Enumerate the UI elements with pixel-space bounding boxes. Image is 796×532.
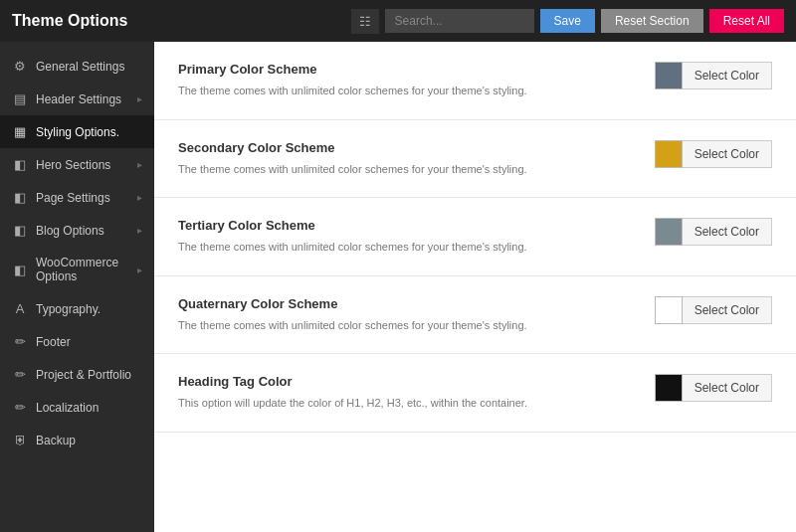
option-desc-secondary-color-scheme: The theme comes with unlimited color sch… — [178, 161, 635, 178]
option-title-primary-color-scheme: Primary Color Scheme — [178, 62, 635, 77]
main-content: Primary Color Scheme The theme comes wit… — [154, 42, 796, 532]
sidebar-item-general-settings[interactable]: ⚙ General Settings — [0, 50, 154, 83]
option-control-tertiary-color-scheme: Select Color — [655, 218, 772, 246]
sidebar-item-page-settings[interactable]: ◧ Page Settings ▸ — [0, 181, 154, 214]
sidebar-item-hero-sections[interactable]: ◧ Hero Sections ▸ — [0, 148, 154, 181]
sidebar-label-hero-sections: Hero Sections — [36, 158, 137, 172]
reset-all-button[interactable]: Reset All — [709, 9, 784, 33]
reset-section-button[interactable]: Reset Section — [601, 9, 703, 33]
option-row-secondary-color-scheme: Secondary Color Scheme The theme comes w… — [154, 120, 796, 199]
sidebar-item-typography[interactable]: A Typography. — [0, 292, 154, 325]
sidebar-icon-footer: ✏ — [12, 334, 28, 349]
save-button[interactable]: Save — [540, 9, 595, 33]
sidebar-label-localization: Localization — [36, 401, 142, 415]
main-layout: ⚙ General Settings ▤ Header Settings ▸ ▦… — [0, 42, 796, 532]
sidebar-label-woocommerce-options: WooCommerce Options — [36, 256, 137, 283]
sidebar-item-footer[interactable]: ✏ Footer — [0, 325, 154, 358]
sidebar-item-styling-options[interactable]: ▦ Styling Options. — [0, 115, 154, 148]
option-desc-heading-tag-color: This option will update the color of H1,… — [178, 395, 635, 412]
option-info-secondary-color-scheme: Secondary Color Scheme The theme comes w… — [178, 140, 655, 178]
sidebar-label-blog-options: Blog Options — [36, 224, 137, 238]
option-title-heading-tag-color: Heading Tag Color — [178, 374, 635, 389]
sidebar-label-footer: Footer — [36, 335, 142, 349]
option-control-primary-color-scheme: Select Color — [655, 62, 772, 89]
color-swatch-heading-tag-color[interactable] — [655, 374, 683, 402]
sidebar-icon-blog-options: ◧ — [12, 223, 28, 238]
color-swatch-tertiary-color-scheme[interactable] — [655, 218, 683, 246]
sidebar-icon-woocommerce-options: ◧ — [12, 263, 28, 277]
sidebar-icon-typography: A — [12, 301, 28, 316]
option-info-primary-color-scheme: Primary Color Scheme The theme comes wit… — [178, 62, 655, 99]
sidebar-label-page-settings: Page Settings — [36, 191, 137, 205]
sidebar-arrow-hero-sections: ▸ — [137, 159, 142, 170]
option-control-secondary-color-scheme: Select Color — [655, 140, 772, 168]
sidebar: ⚙ General Settings ▤ Header Settings ▸ ▦… — [0, 42, 154, 532]
sidebar-item-project-portfolio[interactable]: ✏ Project & Portfolio — [0, 358, 154, 391]
option-row-tertiary-color-scheme: Tertiary Color Scheme The theme comes wi… — [154, 198, 796, 276]
option-control-heading-tag-color: Select Color — [655, 374, 772, 402]
sidebar-label-header-settings: Header Settings — [36, 92, 137, 106]
app-title: Theme Options — [12, 12, 351, 30]
sidebar-icon-project-portfolio: ✏ — [12, 367, 28, 382]
sidebar-item-backup[interactable]: ⛨ Backup — [0, 424, 154, 456]
sidebar-icon-localization: ✏ — [12, 400, 28, 415]
sidebar-arrow-blog-options: ▸ — [137, 225, 142, 236]
option-info-heading-tag-color: Heading Tag Color This option will updat… — [178, 374, 655, 412]
select-color-button-tertiary-color-scheme[interactable]: Select Color — [683, 218, 772, 246]
select-color-button-primary-color-scheme[interactable]: Select Color — [683, 62, 772, 89]
sidebar-item-blog-options[interactable]: ◧ Blog Options ▸ — [0, 214, 154, 247]
sidebar-arrow-woocommerce-options: ▸ — [137, 265, 142, 275]
option-info-quaternary-color-scheme: Quaternary Color Scheme The theme comes … — [178, 296, 655, 334]
grid-icon-button[interactable]: ☷ — [351, 9, 379, 34]
sidebar-icon-general-settings: ⚙ — [12, 59, 28, 74]
option-desc-quaternary-color-scheme: The theme comes with unlimited color sch… — [178, 317, 635, 334]
sidebar-label-backup: Backup — [36, 434, 142, 447]
select-color-button-secondary-color-scheme[interactable]: Select Color — [683, 140, 772, 168]
option-title-tertiary-color-scheme: Tertiary Color Scheme — [178, 218, 635, 233]
option-control-quaternary-color-scheme: Select Color — [655, 296, 772, 324]
option-info-tertiary-color-scheme: Tertiary Color Scheme The theme comes wi… — [178, 218, 655, 256]
sidebar-label-project-portfolio: Project & Portfolio — [36, 368, 142, 382]
sidebar-label-general-settings: General Settings — [36, 60, 142, 74]
select-color-button-heading-tag-color[interactable]: Select Color — [683, 374, 772, 402]
sidebar-icon-page-settings: ◧ — [12, 190, 28, 205]
sidebar-icon-backup: ⛨ — [12, 433, 28, 447]
sidebar-arrow-header-settings: ▸ — [137, 93, 142, 104]
color-swatch-primary-color-scheme[interactable] — [655, 62, 683, 89]
option-row-quaternary-color-scheme: Quaternary Color Scheme The theme comes … — [154, 276, 796, 355]
option-row-heading-tag-color: Heading Tag Color This option will updat… — [154, 354, 796, 433]
sidebar-icon-header-settings: ▤ — [12, 91, 28, 106]
sidebar-icon-styling-options: ▦ — [12, 124, 28, 139]
topbar: Theme Options ☷ Save Reset Section Reset… — [0, 0, 796, 42]
sidebar-icon-hero-sections: ◧ — [12, 157, 28, 172]
color-swatch-quaternary-color-scheme[interactable] — [655, 296, 683, 324]
sidebar-arrow-page-settings: ▸ — [137, 192, 142, 203]
sidebar-item-woocommerce-options[interactable]: ◧ WooCommerce Options ▸ — [0, 247, 154, 292]
sidebar-item-header-settings[interactable]: ▤ Header Settings ▸ — [0, 83, 154, 115]
search-input[interactable] — [385, 9, 534, 33]
option-desc-primary-color-scheme: The theme comes with unlimited color sch… — [178, 83, 635, 99]
option-desc-tertiary-color-scheme: The theme comes with unlimited color sch… — [178, 239, 635, 256]
sidebar-label-typography: Typography. — [36, 302, 142, 316]
select-color-button-quaternary-color-scheme[interactable]: Select Color — [683, 296, 772, 324]
option-row-primary-color-scheme: Primary Color Scheme The theme comes wit… — [154, 42, 796, 120]
topbar-actions: ☷ Save Reset Section Reset All — [351, 9, 784, 34]
sidebar-label-styling-options: Styling Options. — [36, 125, 142, 139]
color-swatch-secondary-color-scheme[interactable] — [655, 140, 683, 168]
option-title-quaternary-color-scheme: Quaternary Color Scheme — [178, 296, 635, 311]
option-title-secondary-color-scheme: Secondary Color Scheme — [178, 140, 635, 155]
sidebar-item-localization[interactable]: ✏ Localization — [0, 391, 154, 424]
